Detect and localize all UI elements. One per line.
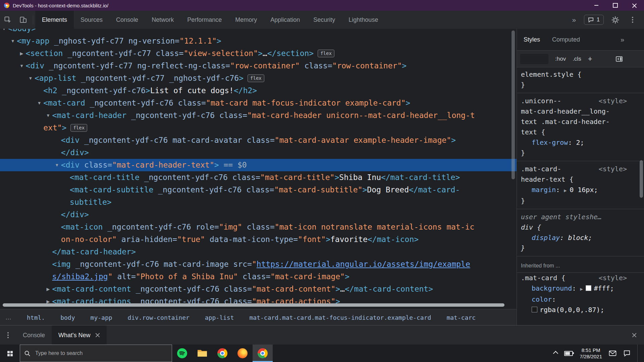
css-rule-line[interactable]: background: ▶ #fff;: [517, 283, 644, 294]
taskbar-clock[interactable]: 8:51 PM 7/28/2021: [580, 347, 602, 360]
css-rule-line[interactable]: text .mat-card-header-: [517, 117, 644, 127]
breadcrumb-item[interactable]: mat-card.mat-card.mat-focus-indicator.ex…: [250, 314, 431, 321]
dom-node[interactable]: on-no-color" aria-hidden="true" data-mat…: [0, 233, 517, 246]
tray-mail-icon[interactable]: [609, 350, 616, 357]
more-sidebar-tabs-button[interactable]: »: [621, 36, 624, 44]
css-rule-line[interactable]: element.style {: [517, 69, 644, 80]
dom-node[interactable]: </div>: [0, 208, 517, 221]
new-style-rule-button[interactable]: +: [588, 55, 592, 63]
taskbar-app-chrome[interactable]: [212, 345, 232, 362]
dom-node[interactable]: subtitle>: [0, 196, 517, 208]
css-rule-line[interactable]: rgba(0,0,0,.87);: [517, 305, 644, 315]
tab-memory[interactable]: Memory: [228, 11, 264, 29]
devtools-menu-button[interactable]: [627, 11, 639, 29]
tab-performance[interactable]: Performance: [180, 11, 228, 29]
dom-node-selected[interactable]: <div class="mat-card-header-text"> == $0: [0, 159, 517, 171]
console-messages-button[interactable]: 1: [584, 15, 604, 25]
collapse-arrow-icon[interactable]: [27, 72, 34, 84]
dom-node[interactable]: </mat-card-header>: [0, 246, 517, 258]
action-center-button[interactable]: [623, 350, 631, 357]
expand-arrow-icon[interactable]: [45, 283, 52, 295]
flex-badge[interactable]: flex: [70, 124, 87, 132]
toggle-sidebar-button[interactable]: [615, 56, 623, 62]
drawer-menu-button[interactable]: [0, 335, 16, 336]
dom-node[interactable]: <mat-card-content _ngcontent-ydf-c76 cla…: [0, 283, 517, 295]
breadcrumb-item[interactable]: mat-carc: [446, 314, 476, 321]
horizontal-scrollbar[interactable]: [0, 302, 517, 308]
device-toolbar-button[interactable]: [15, 11, 31, 29]
tab-styles[interactable]: Styles: [524, 36, 540, 43]
breadcrumb-item[interactable]: my-app: [91, 314, 112, 321]
expand-arrow-icon[interactable]: [18, 47, 25, 60]
breadcrumb-item[interactable]: body: [60, 314, 75, 321]
flex-badge[interactable]: flex: [248, 74, 264, 82]
color-swatch[interactable]: [586, 285, 591, 291]
dom-node[interactable]: <section _ngcontent-ydf-c77 class="view-…: [0, 47, 517, 60]
hidden-icons-chevron-icon[interactable]: [553, 351, 558, 356]
css-rule-line[interactable]: }: [517, 148, 644, 158]
css-rule-line[interactable]: margin: ▶ 0 16px;: [517, 185, 644, 196]
css-rule-line[interactable]: display: block;: [517, 233, 644, 243]
tab-security[interactable]: Security: [307, 11, 342, 29]
css-rule-line[interactable]: user agent styleshe…: [517, 212, 644, 222]
show-desktop-button[interactable]: [637, 345, 639, 362]
css-rule-line[interactable]: header-text {: [517, 174, 644, 185]
tab-network[interactable]: Network: [145, 11, 180, 29]
breadcrumb-item[interactable]: html.: [27, 314, 45, 321]
taskbar-app-spotify[interactable]: [172, 345, 192, 362]
tab-lighthouse[interactable]: Lighthouse: [342, 11, 385, 29]
dom-node[interactable]: <mat-card _ngcontent-ydf-c76 class="mat-…: [0, 97, 517, 109]
tab-application[interactable]: Application: [264, 11, 307, 29]
styles-filter-input[interactable]: [520, 54, 548, 64]
css-rule-line[interactable]: color:: [517, 294, 644, 305]
dom-node[interactable]: </div>: [0, 146, 517, 159]
search-input[interactable]: [35, 350, 172, 357]
vertical-scrollbar-thumb[interactable]: [512, 31, 515, 179]
tab-computed[interactable]: Computed: [552, 36, 580, 43]
css-rule-line[interactable]: mat-card-header__long-: [517, 106, 644, 117]
taskbar-app-file-explorer[interactable]: [192, 345, 212, 362]
collapse-arrow-icon[interactable]: [1, 29, 7, 35]
collapse-arrow-icon[interactable]: [54, 159, 60, 171]
dom-node[interactable]: <h2 _ngcontent-ydf-c76>List of cute dogs…: [0, 84, 517, 97]
battery-icon[interactable]: [564, 351, 573, 356]
drawer-tab-whats-new[interactable]: What's New: [52, 325, 106, 345]
css-rule-line[interactable]: flex-grow: 2;: [517, 137, 644, 148]
maximize-button[interactable]: [606, 0, 625, 11]
dom-node[interactable]: <my-app _nghost-ydf-c77 ng-version="12.1…: [0, 35, 517, 47]
inspect-element-button[interactable]: [0, 11, 15, 29]
taskbar-app-firefox[interactable]: [232, 345, 253, 362]
breadcrumb-item[interactable]: app-list: [205, 314, 234, 321]
element-classes-button[interactable]: .cls: [573, 56, 581, 62]
toggle-element-state-button[interactable]: :hov: [555, 56, 566, 62]
close-tab-icon[interactable]: [95, 333, 100, 338]
css-rule-line[interactable]: }: [517, 80, 644, 90]
collapse-arrow-icon[interactable]: [9, 35, 16, 47]
dom-node[interactable]: <app-list _ngcontent-ydf-c77 _nghost-ydf…: [0, 72, 517, 84]
dom-node[interactable]: <mat-icon _ngcontent-ydf-c76 role="img" …: [0, 221, 517, 233]
tab-sources[interactable]: Sources: [74, 11, 109, 29]
collapse-arrow-icon[interactable]: [18, 60, 25, 72]
close-button[interactable]: [625, 0, 644, 11]
css-rule-line[interactable]: }: [517, 196, 644, 206]
style-origin-link[interactable]: <style>: [599, 164, 627, 174]
color-swatch[interactable]: [532, 307, 537, 312]
style-origin-link[interactable]: <style>: [599, 96, 627, 106]
tab-console[interactable]: Console: [109, 11, 145, 29]
css-rule-line[interactable]: .mat-card {<style>: [517, 273, 644, 283]
minimize-button[interactable]: [587, 0, 606, 11]
dom-node[interactable]: <mat-card-subtitle _ngcontent-ydf-c76 cl…: [0, 184, 517, 196]
breadcrumb-item[interactable]: div.row-container: [128, 314, 190, 321]
dom-node[interactable]: <mat-card-title _ngcontent-ydf-c76 class…: [0, 171, 517, 184]
more-panels-button[interactable]: »: [569, 16, 579, 24]
dom-node[interactable]: <body>: [0, 29, 517, 35]
css-rule-line[interactable]: .unicorn--<style>: [517, 96, 644, 106]
horizontal-scrollbar-thumb[interactable]: [3, 303, 504, 307]
drawer-tab-console[interactable]: Console: [16, 325, 52, 345]
css-rule-line[interactable]: .mat-card-<style>: [517, 164, 644, 174]
breadcrumb-overflow-left[interactable]: …: [5, 314, 11, 321]
tab-elements[interactable]: Elements: [35, 11, 74, 29]
style-origin-link[interactable]: <style>: [599, 273, 627, 283]
collapse-arrow-icon[interactable]: [45, 109, 52, 122]
dom-node[interactable]: <div _ngcontent-ydf-c77 ng-reflect-ng-cl…: [0, 60, 517, 72]
